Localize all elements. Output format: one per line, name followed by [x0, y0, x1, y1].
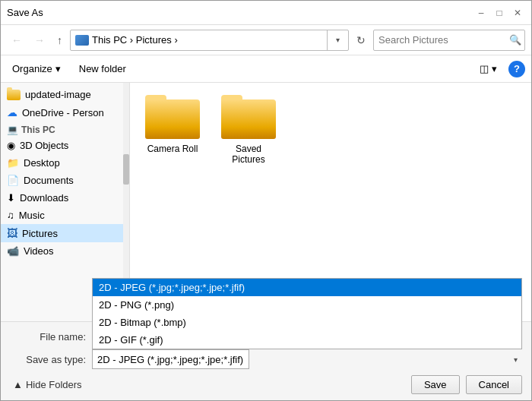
address-sep1: › [130, 34, 136, 46]
folder-saved-pictures[interactable]: Saved Pictures [218, 95, 279, 165]
camera-roll-label: Camera Roll [147, 144, 198, 154]
dropdown-item-bmp[interactable]: 2D - Bitmap (*.bmp) [93, 314, 521, 331]
3d-icon: ◉ [7, 140, 15, 151]
sidebar-item-downloads[interactable]: ⬇ Downloads [1, 189, 129, 207]
help-button[interactable]: ? [508, 61, 525, 77]
sidebar-item-label: Music [19, 210, 45, 221]
videos-icon: 📹 [7, 245, 19, 257]
hide-chevron-icon: ▲ [13, 379, 23, 390]
savetype-dropdown: 2D - JPEG (*.jpg;*.jpeg;*.jpe;*.jfif) 2D… [92, 278, 522, 349]
filename-label: File name: [10, 331, 86, 343]
sidebar-item-3d-objects[interactable]: ◉ 3D Objects [1, 137, 129, 154]
hide-folders-button[interactable]: ▲ Hide Folders [10, 377, 85, 392]
desktop-icon: 📁 [7, 157, 19, 169]
view-controls: ◫ ▾ [474, 60, 502, 77]
sidebar-item-pictures[interactable]: 🖼 Pictures [1, 224, 129, 242]
select-arrow-icon: ▾ [514, 355, 518, 364]
pictures-icon: 🖼 [7, 227, 17, 239]
sidebar-item-label: Documents [24, 175, 74, 186]
savetype-label: Save as type: [10, 354, 86, 365]
new-folder-button[interactable]: New folder [72, 61, 133, 77]
title-bar: Save As – □ ✕ [1, 1, 531, 25]
back-button[interactable]: ← [7, 31, 27, 49]
dropdown-item-jpeg[interactable]: 2D - JPEG (*.jpg;*.jpeg;*.jpe;*.jfif) [93, 279, 521, 296]
title-bar-controls: – □ ✕ [473, 5, 525, 21]
organize-chevron-icon: ▾ [55, 63, 61, 74]
sidebar-item-music[interactable]: ♫ Music [1, 207, 129, 224]
cancel-button[interactable]: Cancel [466, 375, 522, 394]
folder-body [221, 99, 276, 139]
minimize-button[interactable]: – [473, 5, 489, 21]
sidebar-scrollbar-thumb[interactable] [123, 154, 129, 185]
folder-body [145, 99, 200, 139]
close-button[interactable]: ✕ [510, 5, 525, 21]
search-box[interactable]: 🔍 [373, 30, 525, 51]
cloud-icon: ☁ [7, 106, 17, 118]
sidebar-item-videos[interactable]: 📹 Videos [1, 242, 129, 260]
view-mode-button[interactable]: ◫ ▾ [474, 60, 502, 77]
hide-folders-label: Hide Folders [26, 379, 82, 390]
search-input[interactable] [378, 34, 506, 46]
sidebar-item-label: OneDrive - Person [22, 107, 104, 118]
search-icon: 🔍 [509, 34, 521, 46]
dialog-title: Save As [7, 7, 43, 18]
sidebar-item-label: Videos [24, 245, 54, 257]
address-path: This PC › Pictures › [92, 34, 178, 46]
sidebar-item-label: updated-image [25, 89, 91, 100]
savetype-row: Save as type: 2D - JPEG (*.jpg;*.jpeg;*.… [10, 349, 522, 369]
folder-icon [7, 90, 21, 100]
sidebar-item-label: Desktop [24, 157, 60, 169]
organize-label: Organize [12, 63, 52, 74]
sidebar-item-label: Pictures [22, 228, 58, 239]
savetype-select[interactable]: 2D - JPEG (*.jpg;*.jpeg;*.jpe;*.jfif) 2D… [92, 349, 249, 369]
bottom-actions: ▲ Hide Folders Save Cancel [10, 372, 522, 396]
second-toolbar: Organize ▾ New folder ◫ ▾ ? [1, 55, 531, 83]
save-as-dialog: Save As – □ ✕ ← → ↑ This PC › Pictures ›… [0, 0, 532, 401]
downloads-icon: ⬇ [7, 192, 15, 204]
sidebar-section-this-pc[interactable]: 💻 This PC [1, 122, 129, 137]
new-folder-label: New folder [79, 63, 126, 74]
documents-icon: 📄 [7, 175, 19, 186]
bottom-bar: File name: Save as type: 2D - JPEG (*.jp… [1, 321, 531, 400]
music-icon: ♫ [7, 210, 14, 221]
saved-pictures-icon [221, 95, 276, 139]
forward-button[interactable]: → [30, 31, 49, 49]
title-bar-left: Save As [7, 7, 43, 18]
organize-button[interactable]: Organize ▾ [7, 61, 66, 77]
sidebar-item-onedrive[interactable]: ☁ OneDrive - Person [1, 103, 129, 122]
sidebar-item-label: Downloads [20, 192, 68, 204]
folder-camera-roll[interactable]: Camera Roll [142, 95, 203, 165]
this-pc-label: This PC [21, 125, 55, 135]
camera-roll-icon [145, 95, 200, 139]
refresh-button[interactable]: ↻ [352, 31, 370, 49]
address-sep2: › [174, 34, 177, 46]
save-button[interactable]: Save [411, 375, 460, 394]
address-bar-content: This PC › Pictures › [71, 34, 327, 46]
dropdown-item-png[interactable]: 2D - PNG (*.png) [93, 296, 521, 314]
navigation-toolbar: ← → ↑ This PC › Pictures › ▾ ↻ 🔍 [1, 25, 531, 55]
address-bar[interactable]: This PC › Pictures › ▾ [70, 30, 349, 51]
dropdown-item-gif[interactable]: 2D - GIF (*.gif) [93, 331, 521, 349]
this-pc-icon: 💻 [7, 125, 18, 135]
sidebar-item-documents[interactable]: 📄 Documents [1, 172, 129, 189]
address-pc: This PC [92, 34, 127, 46]
sidebar-item-label: 3D Objects [20, 140, 68, 151]
up-button[interactable]: ↑ [52, 31, 67, 49]
address-dropdown-button[interactable]: ▾ [327, 30, 348, 50]
sidebar-item-updated-image[interactable]: updated-image [1, 86, 129, 103]
maximize-button[interactable]: □ [492, 5, 507, 21]
savetype-wrapper: 2D - JPEG (*.jpg;*.jpeg;*.jpe;*.jfif) 2D… [92, 349, 522, 369]
address-folder: Pictures [136, 34, 172, 46]
sidebar-item-desktop[interactable]: 📁 Desktop [1, 154, 129, 172]
action-buttons: Save Cancel [411, 375, 522, 394]
saved-pictures-label: Saved Pictures [218, 144, 279, 165]
pc-icon [75, 35, 89, 46]
